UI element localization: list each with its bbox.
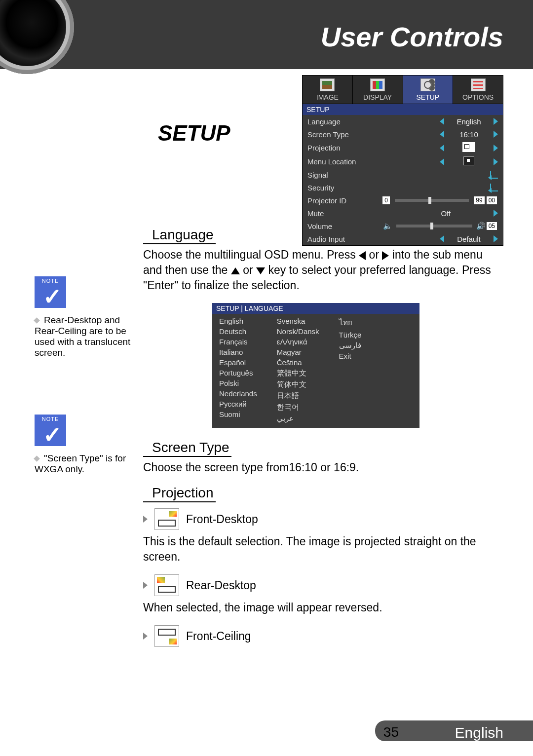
note-icon (35, 276, 66, 308)
lens-graphic (0, 0, 74, 74)
lang-option[interactable]: Español (219, 358, 257, 367)
lang-option[interactable]: 한국어 (277, 403, 319, 412)
right-arrow-icon[interactable] (494, 118, 498, 125)
left-arrow-icon[interactable] (440, 145, 444, 151)
left-arrow-icon (359, 251, 366, 260)
footer-language: English (455, 724, 503, 741)
screen-type-paragraph: Choose the screen type from16:10 or 16:9… (143, 460, 503, 475)
tab-label: DISPLAY (363, 93, 392, 101)
sidenote-screen-type: "Screen Type" is for WXGA only. (35, 415, 133, 475)
row-value: Off (403, 209, 489, 218)
row-label: Screen Type (307, 130, 440, 139)
osd-tab-options[interactable]: OPTIONS (453, 76, 503, 104)
osd-tab-setup[interactable]: SETUP (403, 76, 454, 104)
heading-projection: Projection (143, 485, 216, 502)
projection-thumb-icon (462, 142, 475, 152)
osd-row-security[interactable]: Security (303, 181, 503, 194)
osd-row-signal[interactable]: Signal (303, 168, 503, 181)
row-label: Mute (307, 209, 393, 218)
bullet-icon (143, 633, 148, 640)
value-badge: 00 (487, 196, 497, 204)
rear-desktop-icon (154, 574, 179, 596)
front-desktop-desc: This is the default selection. The image… (143, 534, 503, 565)
slider-track[interactable] (395, 199, 469, 202)
projection-label: Front-Desktop (186, 513, 258, 526)
lang-option[interactable]: Deutsch (219, 327, 257, 336)
osd-row-projector-id[interactable]: Projector ID 0 99 00 (303, 194, 503, 207)
lang-option[interactable]: Norsk/Dansk (277, 327, 319, 336)
note-icon (35, 415, 66, 446)
lang-option[interactable]: 日本語 (277, 391, 319, 401)
row-label: Language (307, 117, 440, 126)
osd-row-mute[interactable]: Mute Off (303, 207, 503, 220)
row-value: English (449, 117, 489, 126)
lang-option[interactable]: εΛΛηνικά (277, 338, 319, 346)
projection-item-rear-desktop: Rear-Desktop (143, 574, 503, 596)
lang-col-3: ไทย Türkçe فارسی Exit (339, 317, 362, 423)
osd-tab-display[interactable]: DISPLAY (353, 76, 403, 104)
section-title: SETUP (158, 121, 230, 146)
row-label: Projection (307, 144, 440, 152)
row-value (449, 142, 489, 153)
lang-col-2: Svenska Norsk/Dansk εΛΛηνικά Magyar Češt… (277, 317, 319, 423)
lang-option[interactable]: Polski (219, 379, 257, 387)
note-text: Rear-Desktop and Rear-Ceiling are to be … (35, 315, 130, 358)
text: Choose the multilingual OSD menu. Press (143, 248, 359, 261)
right-arrow-icon[interactable] (494, 145, 498, 151)
rear-desktop-desc: When selected, the image will appear rev… (143, 600, 503, 615)
osd-row-language[interactable]: Language English (303, 115, 503, 128)
row-label: Menu Location (307, 157, 440, 166)
content-column: Language Choose the multilingual OSD men… (143, 227, 503, 651)
menu-location-icon (463, 156, 474, 165)
tab-label: SETUP (417, 93, 440, 101)
lang-option[interactable]: English (219, 317, 257, 325)
lang-option[interactable]: Magyar (277, 348, 319, 356)
up-arrow-icon (231, 267, 240, 274)
tab-label: OPTIONS (462, 93, 494, 101)
heading-screen-type: Screen Type (143, 440, 231, 457)
lang-option[interactable]: Français (219, 338, 257, 346)
lang-option[interactable]: 简体中文 (277, 380, 319, 389)
options-icon (471, 78, 486, 91)
front-ceiling-icon (154, 625, 179, 647)
left-arrow-icon[interactable] (440, 158, 444, 165)
lang-option[interactable]: Русский (219, 400, 257, 408)
osd-tab-image[interactable]: IMAGE (303, 76, 353, 104)
diamond-bullet-icon (34, 318, 40, 324)
enter-icon[interactable] (490, 184, 498, 191)
osd-row-screen-type[interactable]: Screen Type 16:10 (303, 128, 503, 141)
row-label: Projector ID (307, 196, 381, 205)
footer-shape (375, 720, 533, 741)
left-arrow-icon[interactable] (440, 118, 444, 125)
lang-col-1: English Deutsch Français Italiano Españo… (219, 317, 257, 423)
lang-option[interactable]: Português (219, 369, 257, 377)
projection-label: Front-Ceiling (186, 630, 251, 643)
right-arrow-icon[interactable] (494, 158, 498, 165)
image-icon (320, 78, 335, 91)
lang-option[interactable]: Exit (339, 352, 362, 360)
max-badge: 99 (474, 196, 484, 204)
lang-option[interactable]: Italiano (219, 348, 257, 356)
osd-setup-menu: IMAGE DISPLAY SETUP OPTIONS SETUP Langua… (302, 75, 503, 246)
left-arrow-icon[interactable] (440, 131, 444, 138)
projection-item-front-ceiling: Front-Ceiling (143, 625, 503, 647)
right-arrow-icon[interactable] (494, 210, 498, 217)
enter-icon[interactable] (490, 171, 498, 179)
page-footer: 35 English (0, 720, 533, 743)
osd-row-projection[interactable]: Projection (303, 141, 503, 155)
row-value (449, 156, 489, 167)
lang-option[interactable]: عربي (277, 414, 319, 423)
lang-option[interactable]: Svenska (277, 317, 319, 325)
page-number: 35 (383, 724, 399, 740)
lang-option[interactable]: Suomi (219, 410, 257, 418)
osd-row-menu-location[interactable]: Menu Location (303, 155, 503, 168)
lang-option[interactable]: Türkçe (339, 331, 362, 339)
text: or (243, 264, 256, 276)
lang-option[interactable]: Čeština (277, 358, 319, 367)
lang-option[interactable]: Nederlands (219, 389, 257, 398)
lang-option[interactable]: فارسی (339, 341, 362, 350)
lang-option[interactable]: 繁體中文 (277, 369, 319, 378)
lang-option[interactable]: ไทย (339, 317, 362, 329)
diamond-bullet-icon (34, 456, 40, 462)
right-arrow-icon[interactable] (494, 131, 498, 138)
